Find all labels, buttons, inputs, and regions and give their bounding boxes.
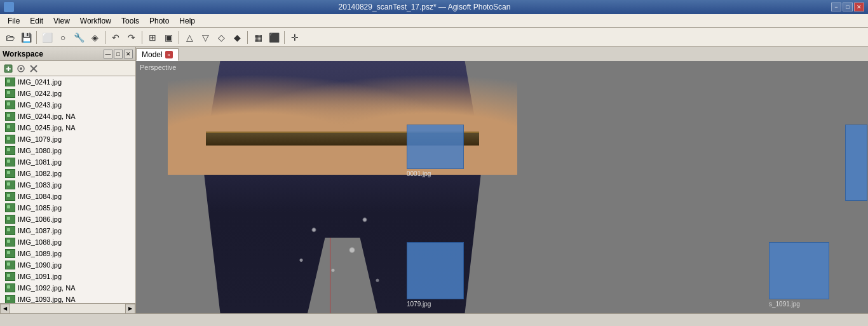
menu-item-view[interactable]: View <box>48 15 75 27</box>
tab-close-button[interactable]: × <box>165 51 173 58</box>
list-item[interactable]: IMG_1088.jpg <box>0 236 135 248</box>
list-item[interactable]: IMG_1092.jpg, NA <box>0 282 135 294</box>
menu-item-edit[interactable]: Edit <box>25 15 48 27</box>
rotate-button[interactable]: ○ <box>55 30 71 45</box>
list-item[interactable]: IMG_1085.jpg <box>0 202 135 214</box>
image-icon <box>5 272 15 281</box>
item-label: IMG_0242.jpg <box>18 90 62 97</box>
list-item[interactable]: IMG_1087.jpg <box>0 225 135 236</box>
workspace-restore-btn[interactable]: □ <box>114 50 123 58</box>
shape3-button[interactable]: ◇ <box>214 30 229 45</box>
list-item[interactable]: IMG_0244.jpg, NA <box>0 111 135 122</box>
ws-view-button[interactable] <box>15 63 27 74</box>
list-item[interactable]: IMG_1079.jpg <box>0 133 135 145</box>
menu-item-photo[interactable]: Photo <box>144 15 174 27</box>
list-item[interactable]: IMG_1081.jpg <box>0 156 135 168</box>
item-label: IMG_1081.jpg <box>18 158 62 166</box>
image-icon <box>5 283 15 292</box>
toolbar-separator-16 <box>284 31 285 44</box>
model-button[interactable]: ◈ <box>87 30 102 45</box>
list-item[interactable]: IMG_1090.jpg <box>0 259 135 271</box>
camera-thumbnail[interactable] <box>769 242 829 299</box>
model-view[interactable]: Perspective 0001.jpg1079.jpgs_1091.jpg80… <box>136 61 868 313</box>
chunk-button[interactable]: ▣ <box>161 30 176 45</box>
shape2-button[interactable]: ▽ <box>198 30 213 45</box>
camera-label: 1079.jpg <box>407 301 431 308</box>
menu-item-help[interactable]: Help <box>174 15 200 27</box>
grid-button[interactable]: ⊞ <box>145 30 160 45</box>
image-icon <box>5 112 15 121</box>
menu-bar: FileEditViewWorkflowToolsPhotoHelp <box>0 14 868 28</box>
list-item[interactable]: IMG_0245.jpg, NA <box>0 122 135 133</box>
minimize-button[interactable]: − <box>831 3 841 11</box>
menu-item-workflow[interactable]: Workflow <box>75 15 116 27</box>
menu-item-tools[interactable]: Tools <box>116 15 144 27</box>
list-item[interactable]: IMG_0243.jpg <box>0 99 135 111</box>
list-item[interactable]: IMG_0241.jpg <box>0 76 135 88</box>
workspace-list[interactable]: IMG_0241.jpgIMG_0242.jpgIMG_0243.jpgIMG_… <box>0 76 135 303</box>
image-icon <box>5 180 15 189</box>
settings-button[interactable]: 🔧 <box>71 30 86 45</box>
main-area: Workspace — □ ✕ ✚ IMG_0241.jpgIMG_0242.j… <box>0 47 868 313</box>
hscroll-track[interactable] <box>10 304 125 313</box>
list-item[interactable]: IMG_1086.jpg <box>0 214 135 225</box>
list-item[interactable]: IMG_1084.jpg <box>0 191 135 202</box>
close-button[interactable]: ✕ <box>854 3 864 11</box>
item-label: IMG_0244.jpg, NA <box>18 112 76 120</box>
menu-item-file[interactable]: File <box>3 15 25 27</box>
image-icon <box>5 249 15 258</box>
list-item[interactable]: IMG_1093.jpg, NA <box>0 294 135 303</box>
workspace-panel: Workspace — □ ✕ ✚ IMG_0241.jpgIMG_0242.j… <box>0 47 136 313</box>
list-item[interactable]: IMG_1080.jpg <box>0 145 135 156</box>
list-item[interactable]: IMG_1089.jpg <box>0 248 135 259</box>
select-button[interactable]: ⬜ <box>39 30 55 45</box>
image-icon <box>5 100 15 109</box>
tab-model[interactable]: Model× <box>136 48 179 61</box>
svg-point-3 <box>20 67 22 70</box>
workspace-toolbar: ✚ <box>0 61 135 76</box>
save-button[interactable]: 💾 <box>18 30 34 45</box>
image-icon <box>5 215 15 224</box>
image-icon <box>5 295 15 303</box>
toolbar-separator-8 <box>142 31 142 44</box>
app-icon <box>4 2 14 12</box>
image-icon <box>5 158 15 166</box>
camera-thumbnail[interactable] <box>407 125 464 169</box>
undo-button[interactable]: ↶ <box>108 30 123 45</box>
list-item[interactable]: IMG_1082.jpg <box>0 168 135 179</box>
redo-button[interactable]: ↷ <box>124 30 139 45</box>
camera-thumbnail[interactable] <box>407 242 464 299</box>
region-button[interactable]: ▦ <box>250 30 266 45</box>
shape4-button[interactable]: ◆ <box>229 30 245 45</box>
workspace-minimize-btn[interactable]: — <box>104 50 112 58</box>
mask-button[interactable]: ⬛ <box>266 30 281 45</box>
hscroll-right[interactable]: ▶ <box>125 304 135 314</box>
shape1-button[interactable]: △ <box>182 30 197 45</box>
open-button[interactable]: 🗁 <box>3 30 18 45</box>
item-label: IMG_1088.jpg <box>18 238 62 246</box>
camera-thumbnail[interactable] <box>845 125 867 201</box>
camera-label: s_1091.jpg <box>769 301 800 308</box>
workspace-header: Workspace — □ ✕ <box>0 47 135 61</box>
maximize-button[interactable]: □ <box>843 3 853 11</box>
hands-region <box>168 61 517 175</box>
workspace-close-btn[interactable]: ✕ <box>124 50 133 58</box>
ws-add-button[interactable]: ✚ <box>3 63 14 74</box>
workspace-hscroll[interactable]: ◀ ▶ <box>0 303 135 313</box>
item-label: IMG_1090.jpg <box>18 261 62 269</box>
image-icon <box>5 146 15 155</box>
hscroll-left[interactable]: ◀ <box>0 304 10 314</box>
item-label: IMG_1083.jpg <box>18 181 62 189</box>
camera-label: 0001.jpg <box>407 170 431 177</box>
list-item[interactable]: IMG_0242.jpg <box>0 88 135 99</box>
list-item[interactable]: IMG_1083.jpg <box>0 179 135 191</box>
item-label: IMG_1087.jpg <box>18 227 62 234</box>
ws-close-button[interactable] <box>28 63 39 74</box>
toolbar-separator-2 <box>36 31 37 44</box>
toolbar: 🗁💾⬜○🔧◈↶↷⊞▣△▽◇◆▦⬛✛ <box>0 28 868 47</box>
move-button[interactable]: ✛ <box>287 30 302 45</box>
list-item[interactable]: IMG_1091.jpg <box>0 271 135 282</box>
image-icon <box>5 89 15 98</box>
item-label: IMG_0241.jpg <box>18 78 62 86</box>
item-label: IMG_1086.jpg <box>18 215 62 223</box>
